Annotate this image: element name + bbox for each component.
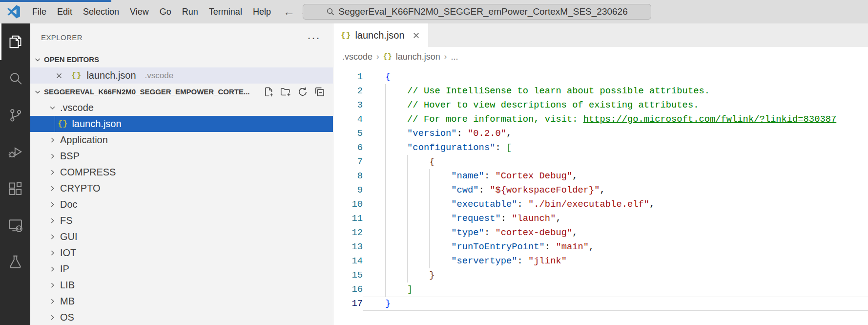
code-token: "version" [407,128,456,139]
extensions-icon[interactable] [0,170,30,207]
code-line-content: "request": "launch", [385,212,561,226]
activity-bar [0,23,30,325]
chevron-right-icon [48,265,57,273]
workspace-label: SEGGEREVAL_K66FN2M0_SEGGER_EMPOWER_CORTE… [44,87,259,96]
code-line-content: ] [385,282,413,297]
chevron-down-icon [33,55,42,64]
tab-launch-json[interactable]: {} launch.json [333,23,428,47]
chevron-right-icon [48,217,57,225]
nav-back-icon[interactable]: ← [283,6,295,18]
chevron-right-icon [48,281,57,289]
code-line-1: 1{ [333,70,868,84]
tree-item-mb[interactable]: MB [30,293,333,309]
collapse-all-icon[interactable] [314,87,325,97]
tree-item-lib[interactable]: LIB [30,277,333,293]
line-number: 11 [333,212,363,226]
tree-item-label: BSP [60,151,80,162]
code-line-8: 8 "name": "Cortex Debug", [333,169,868,183]
line-number: 6 [333,141,363,155]
tree-item-vscode[interactable]: .vscode [30,100,333,116]
code-line-11: 11 "request": "launch", [333,212,868,226]
breadcrumb-item[interactable]: .vscode [342,52,372,62]
line-number: 16 [333,282,363,297]
testing-icon[interactable] [0,243,30,280]
code-line-content: } [385,268,434,282]
tree-item-label: GUI [60,231,78,242]
line-number: 1 [333,70,363,84]
code-token: // For more information, visit: [407,114,583,125]
tree-item-label: IP [60,263,69,275]
tree-item-application[interactable]: Application [30,132,333,148]
code-token: : [501,213,512,224]
menu-item-run[interactable]: Run [177,4,203,20]
tree-item-ip[interactable]: IP [30,261,333,277]
close-icon[interactable] [55,71,63,80]
tree-item-launchjson[interactable]: {}launch.json [30,116,333,132]
tree-indent-guide [55,116,55,132]
menu-item-go[interactable]: Go [155,4,176,20]
line-number: 7 [333,155,363,169]
menu-bar: FileEditSelectionViewGoRunTerminalHelp [27,4,276,20]
source-control-icon[interactable] [0,97,30,133]
remote-explorer-icon[interactable] [0,207,30,243]
search-sidebar-icon[interactable] [0,60,30,97]
code-line-14: 14 "servertype": "jlink" [333,254,868,268]
menu-item-file[interactable]: File [27,4,51,20]
chevron-right-icon [48,152,57,160]
more-actions-icon[interactable]: ··· [305,35,322,40]
vscode-window: FileEditSelectionViewGoRunTerminalHelp ←… [0,0,868,325]
new-file-icon[interactable] [263,87,274,97]
chevron-right-icon [48,136,57,144]
breadcrumb-separator-icon: › [376,52,379,62]
code-line-content: "executable": "./bin/executable.elf", [385,197,655,212]
workspace-header[interactable]: SEGGEREVAL_K66FN2M0_SEGGER_EMPOWER_CORTE… [30,84,333,100]
open-editors-header[interactable]: OPEN EDITORS [30,51,333,67]
menu-item-help[interactable]: Help [248,4,276,20]
menu-item-view[interactable]: View [125,4,154,20]
command-center-search[interactable]: SeggerEval_K66FN2M0_SEGGER_emPower_Corte… [303,4,651,20]
code-token: , [506,128,512,139]
tree-item-os[interactable]: OS [30,309,333,325]
code-token: "jlink" [528,256,567,266]
code-line-10: 10 "executable": "./bin/executable.elf", [333,197,868,212]
tree-item-label: IOT [60,247,76,259]
code-token: "servertype" [451,256,517,266]
sidebar-title-row: EXPLORER ··· [30,23,333,51]
menu-item-edit[interactable]: Edit [52,4,77,20]
title-bar: FileEditSelectionViewGoRunTerminalHelp ←… [0,0,868,23]
tree-item-crypto[interactable]: CRYPTO [30,180,333,196]
tree-item-doc[interactable]: Doc [30,196,333,213]
refresh-icon[interactable] [297,87,308,97]
sidebar-title: EXPLORER [41,33,305,42]
line-number: 3 [333,98,363,112]
code-line-6: 6 "configurations": [ [333,141,868,155]
tree-item-compress[interactable]: COMPRESS [30,164,333,180]
code-token: "0.2.0" [468,128,506,139]
code-line-12: 12 "type": "cortex-debug", [333,226,868,240]
new-folder-icon[interactable] [280,87,291,97]
code-token: "${workspaceFolder}" [490,185,599,195]
tree-item-iot[interactable]: IOT [30,245,333,261]
menu-item-selection[interactable]: Selection [78,4,124,20]
explorer-icon[interactable] [0,23,30,60]
code-line-content: "type": "cortex-debug", [385,226,578,240]
close-icon[interactable] [412,31,421,40]
code-token [385,241,451,252]
code-token: : [545,241,556,252]
explorer-sidebar: EXPLORER ··· OPEN EDITORS {}launch.json.… [30,23,333,325]
code-line-5: 5 "version": "0.2.0", [333,127,868,141]
code-line-content: "cwd": "${workspaceFolder}", [385,183,605,197]
code-editor[interactable]: 1{2 // Use IntelliSense to learn about p… [333,66,868,325]
tree-item-bsp[interactable]: BSP [30,148,333,164]
code-link[interactable]: https://go.microsoft.com/fwlink/?linkid=… [583,114,836,125]
breadcrumb-item[interactable]: launch.json [396,52,440,62]
run-and-debug-icon[interactable] [0,133,30,170]
code-token: "cwd" [451,185,478,195]
menu-item-terminal[interactable]: Terminal [204,4,247,20]
indent-guide [429,169,430,268]
open-editor-item[interactable]: {}launch.json.vscode [30,67,333,84]
tree-item-gui[interactable]: GUI [30,229,333,245]
tree-item-fs[interactable]: FS [30,213,333,229]
code-token: "launch" [512,213,556,224]
breadcrumb-item[interactable]: ... [451,52,458,62]
